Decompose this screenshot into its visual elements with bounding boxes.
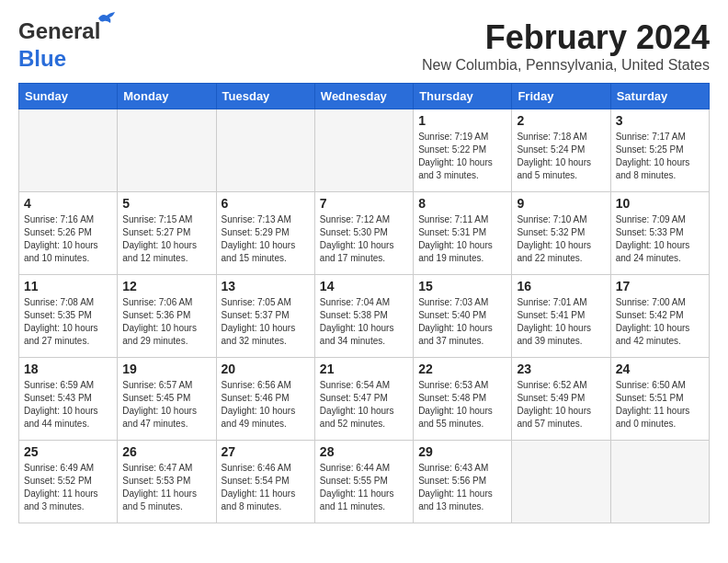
day-number: 17	[616, 279, 704, 293]
day-number: 15	[418, 279, 506, 293]
calendar-cell	[118, 109, 216, 192]
calendar-cell: 12Sunrise: 7:06 AMSunset: 5:36 PMDayligh…	[118, 275, 216, 358]
day-number: 4	[24, 196, 112, 211]
calendar-table: SundayMondayTuesdayWednesdayThursdayFrid…	[18, 83, 710, 523]
weekday-header: Thursday	[414, 84, 512, 109]
day-info: Sunrise: 7:13 AMSunset: 5:29 PMDaylight:…	[222, 213, 310, 265]
day-info: Sunrise: 7:08 AMSunset: 5:35 PMDaylight:…	[24, 296, 112, 348]
calendar-cell: 15Sunrise: 7:03 AMSunset: 5:40 PMDayligh…	[414, 275, 512, 358]
weekday-header: Friday	[512, 84, 610, 109]
day-number: 16	[517, 279, 605, 293]
day-info: Sunrise: 6:56 AMSunset: 5:46 PMDaylight:…	[222, 379, 310, 431]
day-number: 10	[616, 196, 704, 211]
day-info: Sunrise: 6:43 AMSunset: 5:56 PMDaylight:…	[418, 462, 506, 513]
day-number: 18	[24, 362, 112, 376]
day-info: Sunrise: 6:44 AMSunset: 5:55 PMDaylight:…	[320, 462, 408, 513]
day-info: Sunrise: 7:10 AMSunset: 5:32 PMDaylight:…	[517, 213, 605, 265]
calendar-cell: 29Sunrise: 6:43 AMSunset: 5:56 PMDayligh…	[414, 441, 512, 523]
day-info: Sunrise: 7:01 AMSunset: 5:41 PMDaylight:…	[517, 296, 605, 348]
day-info: Sunrise: 6:49 AMSunset: 5:52 PMDaylight:…	[24, 462, 112, 513]
title-block: February 2024 New Columbia, Pennsylvania…	[422, 18, 710, 74]
calendar-cell	[19, 109, 118, 192]
calendar-week-row: 18Sunrise: 6:59 AMSunset: 5:43 PMDayligh…	[19, 358, 710, 441]
day-info: Sunrise: 7:00 AMSunset: 5:42 PMDaylight:…	[616, 296, 704, 348]
calendar-header-row: SundayMondayTuesdayWednesdayThursdayFrid…	[19, 84, 710, 109]
day-info: Sunrise: 7:04 AMSunset: 5:38 PMDaylight:…	[320, 296, 408, 348]
calendar-week-row: 25Sunrise: 6:49 AMSunset: 5:52 PMDayligh…	[19, 441, 710, 523]
calendar-cell: 17Sunrise: 7:00 AMSunset: 5:42 PMDayligh…	[610, 275, 709, 358]
calendar-cell: 2Sunrise: 7:18 AMSunset: 5:24 PMDaylight…	[512, 109, 610, 192]
page-header: General Blue February 2024 New Columbia,…	[18, 18, 710, 74]
day-info: Sunrise: 7:15 AMSunset: 5:27 PMDaylight:…	[122, 213, 210, 265]
weekday-header: Saturday	[610, 84, 709, 109]
calendar-week-row: 11Sunrise: 7:08 AMSunset: 5:35 PMDayligh…	[19, 275, 710, 358]
day-info: Sunrise: 7:09 AMSunset: 5:33 PMDaylight:…	[616, 213, 704, 265]
logo-bird-icon	[97, 11, 117, 26]
day-number: 26	[122, 444, 210, 459]
day-number: 27	[222, 444, 310, 459]
weekday-header: Wednesday	[314, 84, 413, 109]
day-number: 3	[616, 113, 704, 128]
logo-general: General	[18, 18, 100, 43]
calendar-cell: 14Sunrise: 7:04 AMSunset: 5:38 PMDayligh…	[314, 275, 413, 358]
calendar-cell: 20Sunrise: 6:56 AMSunset: 5:46 PMDayligh…	[216, 358, 314, 441]
day-number: 21	[320, 362, 408, 376]
location-subtitle: New Columbia, Pennsylvania, United State…	[422, 57, 710, 74]
day-number: 24	[616, 362, 704, 376]
calendar-cell: 24Sunrise: 6:50 AMSunset: 5:51 PMDayligh…	[610, 358, 709, 441]
day-number: 14	[320, 279, 408, 293]
month-title: February 2024	[422, 18, 710, 57]
calendar-cell: 8Sunrise: 7:11 AMSunset: 5:31 PMDaylight…	[414, 192, 512, 275]
day-number: 28	[320, 444, 408, 459]
day-info: Sunrise: 7:19 AMSunset: 5:22 PMDaylight:…	[418, 131, 506, 182]
calendar-cell: 26Sunrise: 6:47 AMSunset: 5:53 PMDayligh…	[118, 441, 216, 523]
day-info: Sunrise: 7:12 AMSunset: 5:30 PMDaylight:…	[320, 213, 408, 265]
calendar-week-row: 1Sunrise: 7:19 AMSunset: 5:22 PMDaylight…	[19, 109, 710, 192]
day-info: Sunrise: 6:59 AMSunset: 5:43 PMDaylight:…	[24, 379, 112, 431]
calendar-cell: 9Sunrise: 7:10 AMSunset: 5:32 PMDaylight…	[512, 192, 610, 275]
day-info: Sunrise: 7:03 AMSunset: 5:40 PMDaylight:…	[418, 296, 506, 348]
calendar-cell: 7Sunrise: 7:12 AMSunset: 5:30 PMDaylight…	[314, 192, 413, 275]
day-info: Sunrise: 7:11 AMSunset: 5:31 PMDaylight:…	[418, 213, 506, 265]
calendar-cell	[216, 109, 314, 192]
day-info: Sunrise: 6:57 AMSunset: 5:45 PMDaylight:…	[122, 379, 210, 431]
day-number: 9	[517, 196, 605, 211]
calendar-cell	[314, 109, 413, 192]
day-number: 22	[418, 362, 506, 376]
calendar-cell: 1Sunrise: 7:19 AMSunset: 5:22 PMDaylight…	[414, 109, 512, 192]
calendar-cell: 21Sunrise: 6:54 AMSunset: 5:47 PMDayligh…	[314, 358, 413, 441]
logo-blue: Blue	[18, 46, 66, 72]
day-number: 7	[320, 196, 408, 211]
day-number: 23	[517, 362, 605, 376]
day-number: 29	[418, 444, 506, 459]
calendar-cell: 23Sunrise: 6:52 AMSunset: 5:49 PMDayligh…	[512, 358, 610, 441]
weekday-header: Sunday	[19, 84, 118, 109]
calendar-cell: 18Sunrise: 6:59 AMSunset: 5:43 PMDayligh…	[19, 358, 118, 441]
day-number: 2	[517, 113, 605, 128]
day-number: 20	[222, 362, 310, 376]
day-info: Sunrise: 6:46 AMSunset: 5:54 PMDaylight:…	[222, 462, 310, 513]
calendar-cell: 5Sunrise: 7:15 AMSunset: 5:27 PMDaylight…	[118, 192, 216, 275]
day-info: Sunrise: 7:05 AMSunset: 5:37 PMDaylight:…	[222, 296, 310, 348]
calendar-cell: 13Sunrise: 7:05 AMSunset: 5:37 PMDayligh…	[216, 275, 314, 358]
day-number: 6	[222, 196, 310, 211]
calendar-cell: 19Sunrise: 6:57 AMSunset: 5:45 PMDayligh…	[118, 358, 216, 441]
day-info: Sunrise: 7:06 AMSunset: 5:36 PMDaylight:…	[122, 296, 210, 348]
day-info: Sunrise: 7:17 AMSunset: 5:25 PMDaylight:…	[616, 131, 704, 182]
weekday-header: Monday	[118, 84, 216, 109]
day-info: Sunrise: 6:47 AMSunset: 5:53 PMDaylight:…	[122, 462, 210, 513]
weekday-header: Tuesday	[216, 84, 314, 109]
day-number: 12	[122, 279, 210, 293]
day-number: 25	[24, 444, 112, 459]
day-number: 11	[24, 279, 112, 293]
calendar-cell: 6Sunrise: 7:13 AMSunset: 5:29 PMDaylight…	[216, 192, 314, 275]
calendar-week-row: 4Sunrise: 7:16 AMSunset: 5:26 PMDaylight…	[19, 192, 710, 275]
logo: General Blue	[18, 18, 100, 72]
day-info: Sunrise: 6:54 AMSunset: 5:47 PMDaylight:…	[320, 379, 408, 431]
day-number: 13	[222, 279, 310, 293]
day-number: 1	[418, 113, 506, 128]
calendar-cell: 16Sunrise: 7:01 AMSunset: 5:41 PMDayligh…	[512, 275, 610, 358]
calendar-cell: 27Sunrise: 6:46 AMSunset: 5:54 PMDayligh…	[216, 441, 314, 523]
calendar-cell: 11Sunrise: 7:08 AMSunset: 5:35 PMDayligh…	[19, 275, 118, 358]
calendar-cell: 4Sunrise: 7:16 AMSunset: 5:26 PMDaylight…	[19, 192, 118, 275]
